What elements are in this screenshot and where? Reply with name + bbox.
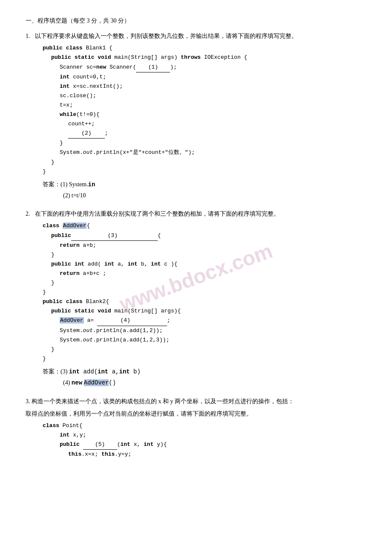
question-1-answer: 答案：(1) System.in (2) t=t/10 — [43, 179, 366, 201]
question-1: 1. 以下程序要求从键盘输入一个整数，判别该整数为几位数，并输出结果，请将下面的… — [26, 32, 366, 201]
question-2-header: 2. 在下面的程序中使用方法重载分别实现了两个和三个整数的相加，请将下面的程序填… — [26, 209, 366, 219]
question-2-answer: 答案：(3) int add(int a,int b) (4) new AddO… — [43, 366, 366, 388]
question-1-code: public class Blank1 { public static void… — [43, 43, 366, 176]
section-title: 一、程序填空题（每空 3 分，共 30 分） — [26, 17, 366, 25]
question-3: 3. 构造一个类来描述一个点，该类的构成包括点的 x 和 y 两个坐标，以及一些… — [26, 397, 366, 459]
question-3-header: 3. 构造一个类来描述一个点，该类的构成包括点的 x 和 y 两个坐标，以及一些… — [26, 397, 366, 406]
question-3-code: class Point{ int x,y; public (5) (int x,… — [43, 421, 366, 459]
question-1-header: 1. 以下程序要求从键盘输入一个整数，判别该整数为几位数，并输出结果，请将下面的… — [26, 32, 366, 41]
question-2: 2. 在下面的程序中使用方法重载分别实现了两个和三个整数的相加，请将下面的程序填… — [26, 209, 366, 388]
question-2-code: class AddOver{ public (3) { return a+b; … — [43, 221, 366, 363]
question-3-header2: 取得点的坐标值，利用另一个点对当前点的坐标进行赋值，请将下面的程序填写完整。 — [26, 409, 366, 419]
